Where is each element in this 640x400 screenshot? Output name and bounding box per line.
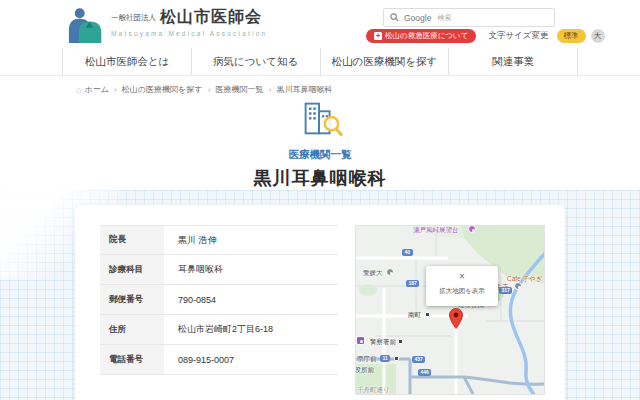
row-label-postal: 郵便番号	[100, 285, 164, 314]
map-label: 瀬戸風峠展望台	[413, 226, 459, 235]
breadcrumb-list[interactable]: 医療機関一覧	[215, 84, 263, 95]
map-label: 県庁前	[357, 355, 377, 364]
medical-cross-icon: +	[374, 32, 382, 40]
chevron-right-icon: ›	[114, 85, 117, 95]
font-size-large-button[interactable]: 大	[591, 29, 605, 43]
row-label-director: 院長	[100, 226, 164, 254]
medical-association-logo-icon	[68, 7, 104, 43]
viewpoint-icon	[468, 225, 476, 233]
org-type: 一般社団法人	[111, 13, 156, 23]
row-value-phone: 089-915-0007	[164, 345, 338, 374]
breadcrumb: ⌂ ホーム › 松山の医療機関を探す › 医療機関一覧 › 黒川耳鼻咽喉科	[76, 84, 332, 95]
emergency-info-label: 松山の救急医療について	[385, 31, 468, 41]
close-icon[interactable]: ×	[455, 270, 469, 284]
map-label: 千舟町通り	[357, 386, 390, 395]
font-size-standard-button[interactable]: 標準	[557, 29, 586, 43]
nav-item-about[interactable]: 松山市医師会とは	[62, 48, 191, 75]
page-category: 医療機関一覧	[0, 148, 640, 162]
nav-item-diseases[interactable]: 病気について知る	[191, 48, 320, 75]
google-map-embed[interactable]: 瀬戸風峠展望台 愛媛大 Cafe 子やぎ 石手寺 道後公園 南町 警察署前 県庁…	[355, 225, 545, 395]
org-name: 松山市医師会	[160, 7, 262, 28]
table-row: 郵便番号 790-0854	[100, 285, 338, 315]
home-icon: ⌂	[76, 85, 81, 95]
nav-item-find-institutions[interactable]: 松山の医療機関を探す	[320, 48, 449, 75]
row-label-phone: 電話番号	[100, 345, 164, 374]
row-value-address: 松山市岩崎町2丁目6-18	[164, 315, 338, 344]
chevron-right-icon: ›	[268, 85, 271, 95]
route-shield: 40	[402, 249, 413, 256]
map-label: 愛媛大	[363, 269, 383, 278]
clinic-detail-card: 院長 黒川 浩伸 診療科目 耳鼻咽喉科 郵便番号 790-0854 住所 松山市…	[75, 205, 565, 400]
site-logo[interactable]: 一般社団法人 松山市医師会 Matsuyama Medical Associat…	[68, 7, 267, 43]
search-icon	[390, 13, 399, 22]
emergency-info-button[interactable]: + 松山の救急医療について	[366, 29, 476, 43]
header: 一般社団法人 松山市医師会 Matsuyama Medical Associat…	[0, 0, 640, 48]
main-nav: 松山市医師会とは 病気について知る 松山の医療機関を探す 関連事業	[0, 48, 640, 76]
nav-item-related[interactable]: 関連事業	[448, 48, 578, 75]
org-name-en: Matsuyama Medical Association	[111, 30, 267, 37]
map-enlarge-link[interactable]: 拡大地図を表示	[426, 287, 498, 296]
header-subbar: + 松山の救急医療について 文字サイズ変更 標準 大	[366, 29, 605, 43]
page-title: 黒川耳鼻咽喉科	[0, 166, 640, 190]
row-label-address: 住所	[100, 315, 164, 344]
breadcrumb-current: 黒川耳鼻咽喉科	[276, 84, 332, 95]
google-search-input[interactable]: Google 検索	[383, 8, 555, 27]
font-size-label: 文字サイズ変更	[488, 30, 548, 42]
search-placeholder: 検索	[437, 13, 451, 23]
tram-stop-icon	[398, 339, 403, 344]
map-infowindow: × 拡大地図を表示	[426, 266, 498, 306]
row-value-postal: 790-0854	[164, 285, 338, 314]
route-shield: 317	[499, 287, 512, 294]
table-row: 住所 松山市岩崎町2丁目6-18	[100, 315, 338, 345]
landmark-icon	[356, 336, 365, 345]
table-row: 電話番号 089-915-0007	[100, 345, 338, 375]
hero: 医療機関一覧 黒川耳鼻咽喉科	[0, 98, 640, 190]
search-brand: Google	[404, 13, 431, 23]
breadcrumb-find[interactable]: 松山の医療機関を探す	[122, 84, 203, 95]
route-shield: 446	[418, 369, 431, 376]
hospital-search-icon	[297, 98, 343, 138]
chevron-right-icon: ›	[207, 85, 210, 95]
clinic-info-table: 院長 黒川 浩伸 診療科目 耳鼻咽喉科 郵便番号 790-0854 住所 松山市…	[100, 225, 338, 375]
map-label: 南町	[408, 311, 421, 320]
tram-stop-icon	[425, 312, 430, 317]
tram-stop-icon	[394, 356, 399, 361]
map-label: 市役所前	[355, 366, 374, 375]
logo-text: 一般社団法人 松山市医師会 Matsuyama Medical Associat…	[111, 7, 267, 37]
table-row: 診療科目 耳鼻咽喉科	[100, 255, 338, 285]
page: 一般社団法人 松山市医師会 Matsuyama Medical Associat…	[0, 0, 640, 400]
map-pin-icon[interactable]	[449, 308, 463, 329]
map-label: Cafe 子やぎ	[507, 275, 542, 284]
university-icon	[386, 268, 394, 276]
row-label-department: 診療科目	[100, 255, 164, 284]
route-shield: 187	[406, 280, 419, 287]
row-value-director: 黒川 浩伸	[164, 226, 338, 254]
route-shield: 11	[380, 355, 390, 362]
map-label: 警察署前	[370, 338, 396, 347]
table-row: 院長 黒川 浩伸	[100, 225, 338, 255]
breadcrumb-home[interactable]: ホーム	[84, 84, 108, 95]
route-shield: 437	[412, 356, 425, 363]
temple-icon	[514, 282, 522, 290]
row-value-department: 耳鼻咽喉科	[164, 255, 338, 284]
